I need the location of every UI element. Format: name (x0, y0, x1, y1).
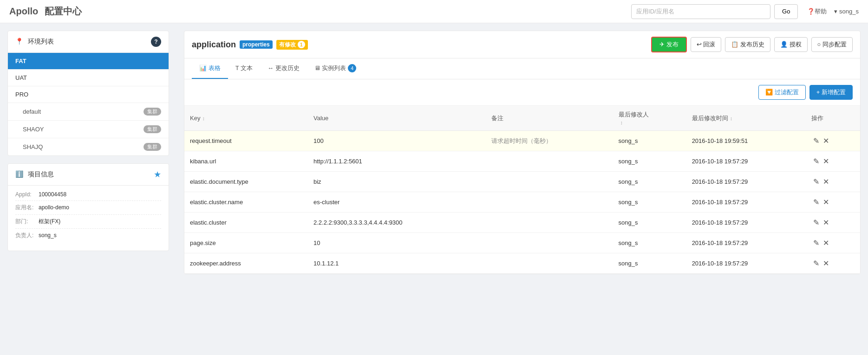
table-row: elastic.document.typebizsong_s2016-10-18… (184, 172, 860, 192)
appid-value: 100004458 (39, 191, 66, 198)
auth-button[interactable]: 👤 授权 (774, 37, 808, 52)
cell-value-6: 10.1.12.1 (308, 253, 486, 274)
cell-actions-6: ✎✕ (806, 253, 860, 274)
main-card: application properties 有修改 1 ✈ 发布 ↩ 回滚 📋… (184, 31, 861, 274)
cell-note-3 (486, 192, 613, 213)
env-list-card: 📍 环境列表 ? FATUATPROdefault集群SHAOY集群SHAJQ集… (7, 31, 169, 156)
header-search-area: Go (631, 4, 798, 19)
title-subtitle: 配置中心 (45, 6, 82, 16)
appname-label: 应用名: (15, 204, 39, 212)
publish-button[interactable]: ✈ 发布 (651, 37, 687, 52)
env-list-header: 📍 环境列表 ? (8, 31, 169, 53)
project-info-card: ℹ️ 项目信息 ★ AppId: 100004458 应用名: apollo-d… (7, 163, 169, 251)
env-item-uat[interactable]: UAT (8, 70, 169, 86)
cell-key-1: kibana.url (184, 151, 308, 172)
modified-count: 1 (298, 41, 305, 48)
cell-key-6: zookeeper.address (184, 253, 308, 274)
action-buttons: ✈ 发布 ↩ 回滚 📋 发布历史 👤 授权 ○ 同步配置 (651, 37, 853, 52)
env-item-fat[interactable]: FAT (8, 53, 169, 70)
help-link[interactable]: ❓帮助 (807, 7, 827, 16)
cell-actions-3: ✎✕ (806, 192, 860, 213)
tab-1[interactable]: T 文本 (228, 58, 260, 79)
col-header-1: Value (308, 106, 486, 131)
cell-note-6 (486, 253, 613, 274)
config-table: Key ↕Value备注最后修改人 ↕最后修改时间 ↕操作 request.ti… (184, 106, 860, 274)
edit-button-1[interactable]: ✎ (811, 156, 821, 167)
search-input[interactable] (631, 4, 770, 19)
edit-button-0[interactable]: ✎ (811, 136, 821, 146)
delete-button-6[interactable]: ✕ (821, 258, 831, 269)
cell-note-0: 请求超时时间（毫秒） (486, 131, 613, 151)
cell-actions-0: ✎✕ (806, 131, 860, 151)
namespace-name: application (192, 40, 236, 50)
cell-key-3: elastic.cluster.name (184, 192, 308, 213)
modified-label: 有修改 (279, 41, 296, 49)
cell-value-3: es-cluster (308, 192, 486, 213)
col-header-4[interactable]: 最后修改时间 ↕ (686, 106, 806, 131)
delete-button-2[interactable]: ✕ (821, 176, 831, 187)
table-body: request.timeout100请求超时时间（毫秒）song_s2016-1… (184, 131, 860, 274)
info-icon: ℹ️ (15, 170, 23, 178)
cluster-badge: 集群 (144, 143, 161, 151)
cell-time-2: 2016-10-18 19:57:29 (686, 172, 806, 192)
env-list: FATUATPROdefault集群SHAOY集群SHAJQ集群 (8, 53, 169, 155)
tab-3[interactable]: 🖥 实例列表4 (307, 58, 364, 79)
add-config-button[interactable]: + 新增配置 (809, 85, 853, 100)
sidebar: 📍 环境列表 ? FATUATPROdefault集群SHAOY集群SHAJQ集… (0, 23, 176, 355)
cell-note-5 (486, 233, 613, 253)
cell-note-4 (486, 213, 613, 233)
app-title: Apollo 配置中心 (9, 5, 631, 18)
delete-button-4[interactable]: ✕ (821, 217, 831, 228)
env-list-title: 环境列表 (28, 38, 54, 45)
table-row: zookeeper.address10.1.12.1song_s2016-10-… (184, 253, 860, 274)
cell-note-1 (486, 151, 613, 172)
env-item-pro[interactable]: PRO (8, 86, 169, 103)
filter-button[interactable]: 🔽 过滤配置 (758, 85, 806, 100)
cell-value-1: http://1.1.1.2:5601 (308, 151, 486, 172)
edit-button-3[interactable]: ✎ (811, 197, 821, 207)
delete-button-0[interactable]: ✕ (821, 136, 831, 146)
go-button[interactable]: Go (774, 4, 798, 19)
delete-button-5[interactable]: ✕ (821, 238, 831, 248)
cell-modifier-3: song_s (613, 192, 686, 213)
delete-button-1[interactable]: ✕ (821, 156, 831, 167)
cell-value-0: 100 (308, 131, 486, 151)
cell-value-2: biz (308, 172, 486, 192)
col-header-0[interactable]: Key ↕ (184, 106, 308, 131)
owner-label: 负责人: (15, 232, 39, 239)
cell-time-6: 2016-10-18 19:57:29 (686, 253, 806, 274)
cell-note-2 (486, 172, 613, 192)
env-help-button[interactable]: ? (151, 37, 161, 47)
modified-badge: 有修改 1 (276, 40, 308, 50)
tab-0[interactable]: 📊 表格 (192, 58, 228, 79)
cell-time-0: 2016-10-18 19:59:51 (686, 131, 806, 151)
cell-modifier-2: song_s (613, 172, 686, 192)
edit-button-6[interactable]: ✎ (811, 258, 821, 269)
env-item-shajq[interactable]: SHAJQ集群 (8, 138, 169, 155)
cell-key-2: elastic.document.type (184, 172, 308, 192)
col-header-3[interactable]: 最后修改人 ↕ (613, 106, 686, 131)
sync-button[interactable]: ○ 同步配置 (811, 37, 853, 52)
sort-icon-0: ↕ (202, 116, 205, 121)
env-item-default[interactable]: default集群 (8, 103, 169, 121)
table-header: Key ↕Value备注最后修改人 ↕最后修改时间 ↕操作 (184, 106, 860, 131)
tab-2[interactable]: ↔ 更改历史 (260, 58, 307, 79)
edit-button-5[interactable]: ✎ (811, 238, 821, 248)
edit-button-2[interactable]: ✎ (811, 176, 821, 187)
appname-value: apollo-demo (39, 204, 69, 211)
env-item-shaoy[interactable]: SHAOY集群 (8, 121, 169, 138)
project-dept-row: 部门: 框架(FX) (15, 218, 161, 229)
properties-badge: properties (240, 40, 273, 49)
star-button[interactable]: ★ (154, 169, 161, 180)
tab-bar: 📊 表格T 文本↔ 更改历史🖥 实例列表4 (184, 58, 860, 79)
delete-button-3[interactable]: ✕ (821, 197, 831, 207)
edit-button-4[interactable]: ✎ (811, 217, 821, 228)
cell-time-3: 2016-10-18 19:57:29 (686, 192, 806, 213)
user-menu[interactable]: ▾ song_s (834, 8, 859, 15)
table-toolbar: 🔽 过滤配置 + 新增配置 (184, 79, 860, 106)
history-button[interactable]: 📋 发布历史 (725, 37, 770, 52)
header-right: ❓帮助 ▾ song_s (807, 7, 859, 16)
rollback-button[interactable]: ↩ 回滚 (691, 37, 722, 52)
appid-label: AppId: (15, 191, 39, 198)
cell-modifier-0: song_s (613, 131, 686, 151)
